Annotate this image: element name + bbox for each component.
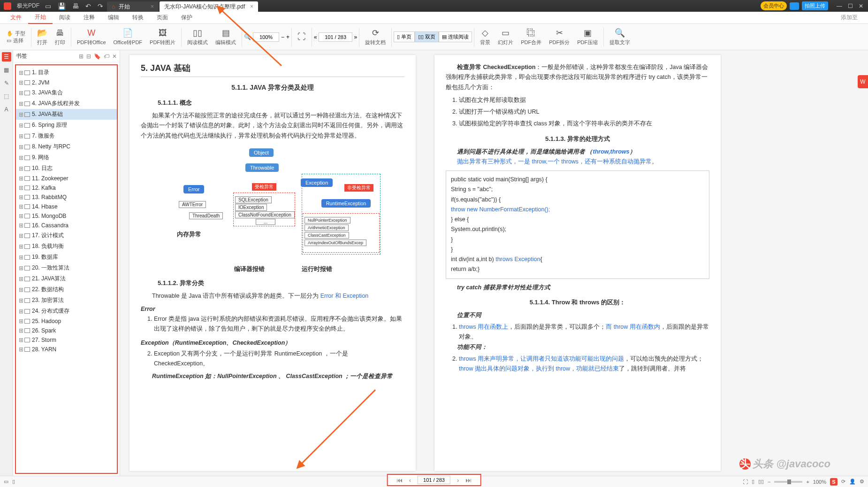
sb-single-icon[interactable]: ▯ bbox=[752, 479, 754, 485]
expand-icon[interactable]: ⊞ bbox=[19, 265, 23, 271]
expand-icon[interactable]: ⊞ bbox=[19, 232, 23, 239]
tab-document[interactable]: 无水印-JAVA核心知识点整理.pdf× bbox=[160, 1, 258, 12]
expand-icon[interactable]: ⊞ bbox=[19, 308, 23, 315]
close-window-icon[interactable]: ✕ bbox=[859, 3, 863, 9]
menu-add[interactable]: 添加至 bbox=[834, 12, 864, 23]
expand-icon[interactable]: ⊞ bbox=[19, 70, 23, 76]
menu-protect[interactable]: 保护 bbox=[175, 12, 199, 23]
ribbon-bg[interactable]: ◇背景 bbox=[476, 24, 494, 50]
rail-attachments-icon[interactable]: ⬚ bbox=[2, 92, 11, 101]
expand-icon[interactable]: ⊞ bbox=[19, 222, 23, 229]
page-input[interactable] bbox=[319, 32, 352, 42]
bookmark-item[interactable]: ⊞24. 分布式缓存 bbox=[16, 306, 117, 317]
select-icon[interactable]: ▭ bbox=[7, 38, 11, 44]
bookmark-item[interactable]: ⊞8. Netty 与RPC bbox=[16, 141, 117, 152]
undo-icon[interactable]: ↶ bbox=[85, 2, 91, 10]
expand-icon[interactable]: ⊞ bbox=[19, 276, 23, 282]
bookmark-item[interactable]: ⊞6. Spring 原理 bbox=[16, 120, 117, 131]
sb-zoomin-icon[interactable]: + bbox=[806, 479, 809, 485]
ribbon-split[interactable]: ✂PDF拆分 bbox=[545, 24, 573, 50]
ribbon-slide[interactable]: ▭幻灯片 bbox=[494, 24, 517, 50]
menu-edit[interactable]: 编辑 bbox=[101, 12, 126, 23]
zoom-input[interactable] bbox=[253, 32, 279, 42]
first-icon[interactable]: ⏮ bbox=[396, 477, 403, 484]
bookmark-item[interactable]: ⊞9. 网络 bbox=[16, 152, 117, 163]
view-continuous[interactable]: ▤ 连续阅读 bbox=[439, 31, 472, 42]
expand-icon[interactable]: ⊞ bbox=[19, 165, 23, 172]
bookmark-item[interactable]: ⊞3. JAVA集合 bbox=[16, 87, 117, 98]
folder-icon[interactable]: ▭ bbox=[45, 2, 51, 10]
ribbon-merge[interactable]: ⿻PDF合并 bbox=[517, 24, 545, 50]
bookmark-item[interactable]: ⊞21. JAVA算法 bbox=[16, 273, 117, 284]
redo-icon[interactable]: ↷ bbox=[98, 2, 103, 10]
bookmark-item[interactable]: ⊞11. Zookeeper bbox=[16, 174, 117, 183]
ribbon-rotate[interactable]: ⟳旋转文档 bbox=[361, 24, 389, 50]
sb-gear-icon[interactable]: ⚙ bbox=[860, 479, 864, 485]
menu-annotate[interactable]: 注释 bbox=[77, 12, 101, 23]
menu-convert[interactable]: 转换 bbox=[126, 12, 150, 23]
last-page-icon[interactable]: » bbox=[354, 34, 357, 40]
bookmark-item[interactable]: ⊞16. Cassandra bbox=[16, 221, 117, 230]
last-icon[interactable]: ⏭ bbox=[465, 477, 472, 484]
menu-read[interactable]: 阅读 bbox=[53, 12, 77, 23]
expand-icon[interactable]: ⊞ bbox=[19, 286, 23, 293]
save-icon[interactable]: 💾 bbox=[58, 2, 66, 10]
expand-icon[interactable]: ⊞ bbox=[19, 337, 23, 343]
ribbon-ocr[interactable]: 🔍提取文字 bbox=[606, 24, 634, 50]
expand-all-icon[interactable]: ⊞ bbox=[79, 53, 84, 60]
bookmark-item[interactable]: ⊞22. 数据结构 bbox=[16, 284, 117, 295]
rail-thumbnails-icon[interactable]: ▦ bbox=[2, 65, 11, 75]
first-page-icon[interactable]: « bbox=[314, 34, 317, 40]
expand-icon[interactable]: ⊞ bbox=[19, 90, 23, 96]
sb-sync-icon[interactable]: ⟳ bbox=[841, 479, 845, 485]
float-widget[interactable]: W bbox=[858, 75, 868, 88]
expand-icon[interactable]: ⊞ bbox=[19, 346, 23, 353]
bookmark-item[interactable]: ⊞27. Storm bbox=[16, 335, 117, 345]
bookmark-item[interactable]: ⊞12. Kafka bbox=[16, 183, 117, 193]
cloud-icon[interactable] bbox=[790, 2, 799, 10]
ribbon-pdf2office[interactable]: WPDF转Office bbox=[73, 24, 110, 50]
expand-icon[interactable]: ⊞ bbox=[19, 327, 23, 334]
view-single[interactable]: ▯ 单页 bbox=[394, 31, 415, 42]
view-double[interactable]: ▯▯ 双页 bbox=[415, 31, 439, 42]
expand-icon[interactable]: ⊞ bbox=[19, 297, 23, 304]
sb-page-icon[interactable]: ▯ bbox=[12, 479, 15, 485]
bookmark-item[interactable]: ⊞25. Hadoop bbox=[16, 317, 117, 326]
expand-icon[interactable]: ⊞ bbox=[19, 185, 23, 191]
bookmark2-icon[interactable]: 🏷 bbox=[104, 53, 109, 60]
ribbon-hand[interactable]: 手型 bbox=[15, 30, 25, 37]
bookmark-item[interactable]: ⊞13. RabbitMQ bbox=[16, 193, 117, 202]
menu-start[interactable]: 开始 bbox=[28, 11, 53, 24]
ribbon-compress[interactable]: ▣PDF压缩 bbox=[573, 24, 602, 50]
sb-double-icon[interactable]: ▯▯ bbox=[758, 479, 764, 485]
expand-icon[interactable]: ⊞ bbox=[19, 243, 23, 250]
ribbon-readmode[interactable]: ▯▯阅读模式 bbox=[183, 24, 212, 50]
content-viewer[interactable]: 5. JAVA 基础 5.1.1. JAVA 异常分类及处理 5.1.1.1. … bbox=[120, 50, 868, 476]
expand-icon[interactable]: ⊞ bbox=[19, 213, 23, 219]
fit-group[interactable]: ⛶ bbox=[294, 24, 310, 50]
bookmark-item[interactable]: ⊞1. 目录 bbox=[16, 67, 117, 78]
expand-icon[interactable]: ⊞ bbox=[19, 133, 23, 139]
print-icon[interactable]: 🖶 bbox=[72, 2, 79, 10]
close-icon[interactable]: × bbox=[151, 3, 154, 10]
sb-panel-icon[interactable]: ▭ bbox=[4, 479, 8, 485]
bookmark-item[interactable]: ⊞10. 日志 bbox=[16, 163, 117, 174]
ribbon-pdf2img[interactable]: 🖼PDF转图片 bbox=[146, 24, 179, 50]
maximize-icon[interactable]: ☐ bbox=[848, 3, 853, 9]
close-icon[interactable]: × bbox=[250, 3, 253, 10]
bookmark-item[interactable]: ⊞28. YARN bbox=[16, 345, 117, 354]
rail-bookmarks-icon[interactable]: ☰ bbox=[2, 52, 11, 62]
bookmark-item[interactable]: ⊞4. JAVA多线程并发 bbox=[16, 98, 117, 109]
collapse-all-icon[interactable]: ⊟ bbox=[86, 53, 91, 60]
ribbon-open[interactable]: 📂打开 bbox=[33, 24, 51, 50]
bookmark-item[interactable]: ⊞7. 微服务 bbox=[16, 131, 117, 141]
expand-icon[interactable]: ⊞ bbox=[19, 203, 23, 210]
sb-fit-icon[interactable]: ⛶ bbox=[743, 479, 748, 485]
ribbon-select[interactable]: 选择 bbox=[13, 37, 23, 44]
sb-s-icon[interactable]: S bbox=[830, 478, 838, 486]
zoom-slider[interactable] bbox=[774, 481, 802, 483]
bookmark-item[interactable]: ⊞26. Spark bbox=[16, 326, 117, 335]
expand-icon[interactable]: ⊞ bbox=[19, 194, 23, 201]
vip-badge[interactable]: 会员中心 bbox=[761, 1, 787, 10]
expand-icon[interactable]: ⊞ bbox=[19, 79, 23, 86]
